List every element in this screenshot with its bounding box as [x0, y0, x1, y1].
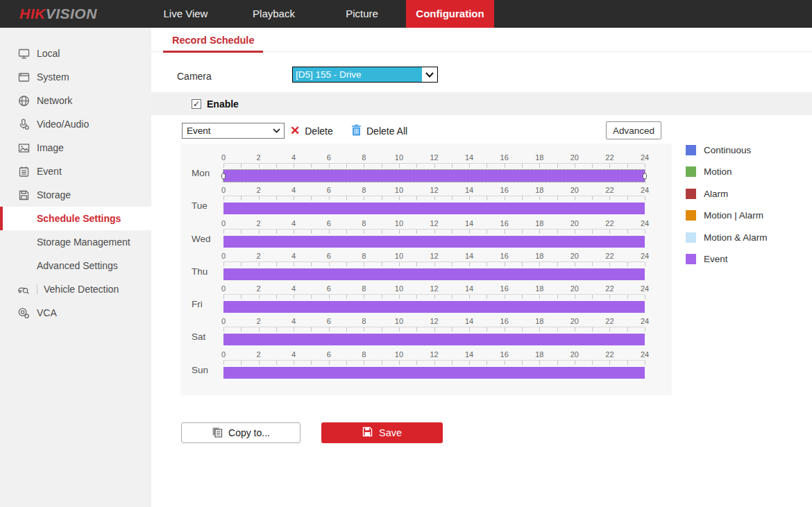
camera-select[interactable]: [D5] 155 - Drive	[292, 67, 438, 83]
sidebar-item-vehicle-detection[interactable]: Vehicle Detection	[0, 277, 151, 301]
hour-label: 0	[221, 317, 226, 325]
sidebar-item-advanced-settings[interactable]: Advanced Settings	[0, 254, 151, 277]
tab-record-schedule[interactable]: Record Schedule	[163, 35, 263, 53]
schedule-bar-sat-event[interactable]	[223, 334, 645, 345]
sidebar-item-image[interactable]: Image	[0, 136, 151, 160]
sidebar-item-storage[interactable]: Storage	[0, 183, 151, 207]
hour-tick	[382, 262, 382, 266]
schedule-day-row-sun: Sun024681012141618202224	[180, 350, 672, 383]
hour-tick	[399, 327, 400, 332]
record-type-select[interactable]: Event	[182, 123, 285, 139]
day-timeline-sun[interactable]: 024681012141618202224	[223, 350, 645, 383]
record-type-value: Event	[187, 126, 211, 136]
hour-label: 14	[465, 350, 473, 359]
day-timeline-wed[interactable]: 024681012141618202224	[223, 219, 645, 252]
hour-tick	[276, 361, 277, 365]
hour-tick	[487, 262, 487, 266]
hour-tick	[452, 295, 452, 299]
bar-left-handle[interactable]	[221, 173, 226, 179]
hour-tick	[627, 327, 628, 332]
nav-tab-live-view[interactable]: Live View	[142, 0, 230, 28]
schedule-day-row-mon: Mon024681012141618202224	[180, 153, 672, 186]
copy-to-button[interactable]: Copy to...	[181, 422, 301, 443]
delete-all-button[interactable]: Delete All	[351, 123, 407, 139]
enable-checkbox[interactable]: ✓	[192, 99, 201, 109]
delete-button[interactable]: ✕ Delete	[290, 123, 333, 139]
sidebar-item-video-audio[interactable]: Video/Audio	[0, 112, 151, 136]
hour-label: 16	[500, 284, 509, 293]
hour-tick	[399, 295, 400, 299]
day-timeline-tue[interactable]: 024681012141618202224	[223, 186, 645, 218]
hour-tick	[399, 164, 400, 168]
hour-tick	[469, 164, 470, 168]
hour-tick	[505, 230, 505, 234]
hour-tick	[259, 262, 260, 266]
camera-select-value: [D5] 155 - Drive	[293, 67, 422, 82]
sidebar-item-network[interactable]: Network	[0, 89, 151, 112]
hour-ruler	[223, 360, 645, 366]
nav-tab-picture[interactable]: Picture	[318, 0, 406, 28]
day-timeline-mon[interactable]: 024681012141618202224	[223, 153, 645, 186]
hour-label: 0	[221, 252, 226, 260]
hour-tick	[575, 230, 575, 234]
schedule-bar-wed-event[interactable]	[223, 236, 645, 248]
hour-label: 24	[641, 252, 649, 260]
hour-tick	[627, 361, 628, 365]
bar-right-handle[interactable]	[643, 173, 647, 179]
schedule-day-row-sat: Sat024681012141618202224	[180, 317, 672, 350]
hour-label: 0	[221, 350, 226, 359]
hour-label: 16	[500, 219, 509, 227]
hour-tick	[416, 262, 417, 266]
system-icon	[17, 71, 30, 83]
hour-tick	[382, 327, 382, 332]
hour-label: 20	[570, 284, 579, 293]
hour-label: 18	[535, 350, 543, 359]
hour-tick	[276, 327, 277, 332]
schedule-bar-mon-event[interactable]	[223, 170, 645, 182]
hour-tick	[452, 262, 452, 266]
day-timeline-thu[interactable]: 024681012141618202224	[223, 252, 645, 284]
hour-label: 10	[395, 219, 403, 227]
nav-tab-playback[interactable]: Playback	[230, 0, 318, 28]
save-button[interactable]: Save	[321, 422, 443, 443]
tab-row: Record Schedule	[151, 28, 812, 52]
hour-tick	[346, 196, 347, 200]
hour-tick	[294, 164, 294, 168]
schedule-bar-thu-event[interactable]	[223, 268, 645, 280]
advanced-button[interactable]: Advanced	[606, 121, 661, 139]
day-timeline-sat[interactable]: 024681012141618202224	[223, 317, 645, 350]
save-floppy-icon	[362, 427, 373, 439]
delete-label: Delete	[305, 126, 332, 137]
sidebar-item-event[interactable]: Event	[0, 160, 151, 183]
day-timeline-fri[interactable]: 024681012141618202224	[223, 284, 645, 317]
sidebar-item-storage-management[interactable]: Storage Management	[0, 230, 151, 254]
hour-label: 4	[291, 219, 296, 227]
main-content: Record Schedule Camera [D5] 155 - Drive …	[151, 28, 812, 507]
sidebar-item-vca[interactable]: VCA	[0, 301, 151, 325]
hour-label: 12	[430, 284, 438, 293]
hour-label: 14	[465, 186, 473, 194]
sidebar-item-label: Schedule Settings	[37, 213, 121, 224]
day-label: Thu	[192, 266, 208, 277]
sidebar-item-label: Storage	[37, 189, 71, 200]
hour-tick	[311, 295, 312, 299]
main-nav: Live ViewPlaybackPictureConfiguration	[142, 0, 494, 28]
hour-tick	[505, 196, 505, 200]
schedule-bar-sun-event[interactable]	[223, 367, 645, 379]
sidebar-item-schedule-settings[interactable]: Schedule Settings	[0, 207, 151, 230]
hour-tick	[609, 230, 610, 234]
hour-tick	[469, 327, 470, 332]
sidebar-item-system[interactable]: System	[0, 65, 151, 89]
sidebar-item-local[interactable]: Local	[0, 42, 151, 65]
hour-label: 10	[395, 186, 403, 194]
delete-all-label: Delete All	[366, 126, 407, 137]
schedule-bar-fri-event[interactable]	[223, 301, 645, 313]
hour-label: 4	[291, 186, 296, 194]
hour-tick	[346, 361, 347, 365]
hour-tick	[557, 230, 558, 234]
hour-label: 6	[327, 219, 331, 227]
hour-tick	[592, 262, 593, 266]
nav-tab-configuration[interactable]: Configuration	[406, 0, 494, 28]
schedule-bar-tue-event[interactable]	[223, 203, 645, 214]
hour-label: 20	[570, 186, 579, 194]
